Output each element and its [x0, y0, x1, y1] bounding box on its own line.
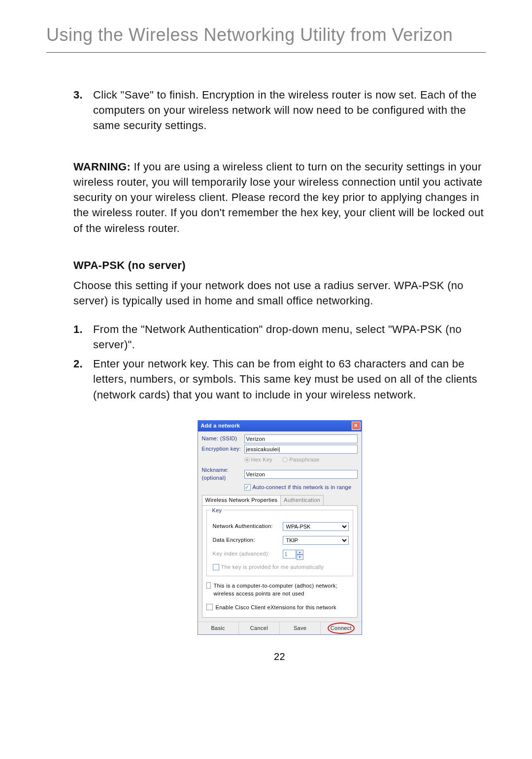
- close-icon[interactable]: ×: [352, 422, 361, 430]
- add-network-dialog: Add a network × Name: (SSID) Verizon Enc…: [198, 420, 362, 635]
- network-auth-label: Network Authentication:: [213, 523, 283, 530]
- nickname-label: Nickname: (optional): [202, 466, 244, 482]
- ssid-input[interactable]: Verizon: [244, 434, 358, 443]
- page-title: Using the Wireless Networking Utility fr…: [46, 25, 486, 45]
- autoconnect-label: Auto-connect if this network is in range: [253, 484, 352, 490]
- adhoc-label: This is a computer-to-computer (adhoc) n…: [214, 582, 353, 597]
- tab-wireless-properties[interactable]: Wireless Network Properties: [202, 495, 281, 505]
- step-text-3: Click "Save" to finish. Encryption in th…: [93, 87, 486, 133]
- step-number-3: 3.: [73, 87, 93, 133]
- dialog-title: Add a network: [201, 422, 240, 430]
- cisco-label: Enable Cisco Client eXtensions for this …: [216, 604, 336, 612]
- warning-label: WARNING:: [73, 161, 131, 173]
- warning-paragraph: WARNING: If you are using a wireless cli…: [73, 159, 486, 236]
- key-index-value: 1: [283, 550, 296, 559]
- hex-key-radio[interactable]: [244, 457, 250, 462]
- autokey-label: The key is provided for me automatically: [221, 563, 324, 571]
- chevron-up-icon[interactable]: ▲: [297, 550, 303, 555]
- tab-authentication[interactable]: Authentication: [280, 495, 324, 505]
- chevron-down-icon[interactable]: ▼: [297, 555, 303, 560]
- connect-button[interactable]: Connect: [321, 622, 361, 635]
- encryption-key-input[interactable]: jessicakuulei|: [244, 445, 358, 454]
- passphrase-label: Passphrase: [289, 457, 319, 462]
- passphrase-radio[interactable]: [282, 457, 288, 462]
- step-text-1: From the "Network Authentication" drop-d…: [93, 322, 486, 352]
- key-index-spinner[interactable]: 1 ▲ ▼: [283, 550, 303, 559]
- hex-key-label: Hex Key: [251, 457, 273, 462]
- step-number-1: 1.: [73, 322, 93, 352]
- key-index-label: Key index (advanced):: [213, 550, 283, 558]
- autokey-checkbox[interactable]: [213, 564, 219, 570]
- dialog-titlebar[interactable]: Add a network ×: [198, 421, 362, 431]
- section-description: Choose this setting if your network does…: [73, 278, 486, 308]
- step-number-2: 2.: [73, 356, 93, 402]
- encryption-key-label: Encryption key:: [202, 445, 244, 453]
- nickname-input[interactable]: Verizon: [244, 470, 358, 479]
- data-encryption-label: Data Encryption:: [213, 536, 283, 544]
- step-text-2: Enter your network key. This can be from…: [93, 356, 486, 402]
- key-groupbox-legend: Key: [211, 507, 224, 515]
- data-encryption-select[interactable]: TKIP: [283, 536, 349, 545]
- header-rule: [46, 52, 486, 53]
- save-button[interactable]: Save: [280, 622, 321, 635]
- cancel-button[interactable]: Cancel: [239, 622, 280, 635]
- warning-text: If you are using a wireless client to tu…: [73, 161, 484, 234]
- section-title-wpa-psk: WPA-PSK (no server): [73, 258, 486, 273]
- ssid-label: Name: (SSID): [202, 435, 244, 443]
- cisco-checkbox[interactable]: [206, 604, 213, 610]
- network-auth-select[interactable]: WPA-PSK: [283, 522, 349, 531]
- page-number: 22: [73, 650, 486, 663]
- adhoc-checkbox[interactable]: [206, 582, 211, 589]
- autoconnect-checkbox[interactable]: [244, 484, 251, 491]
- basic-button[interactable]: Basic: [198, 622, 239, 635]
